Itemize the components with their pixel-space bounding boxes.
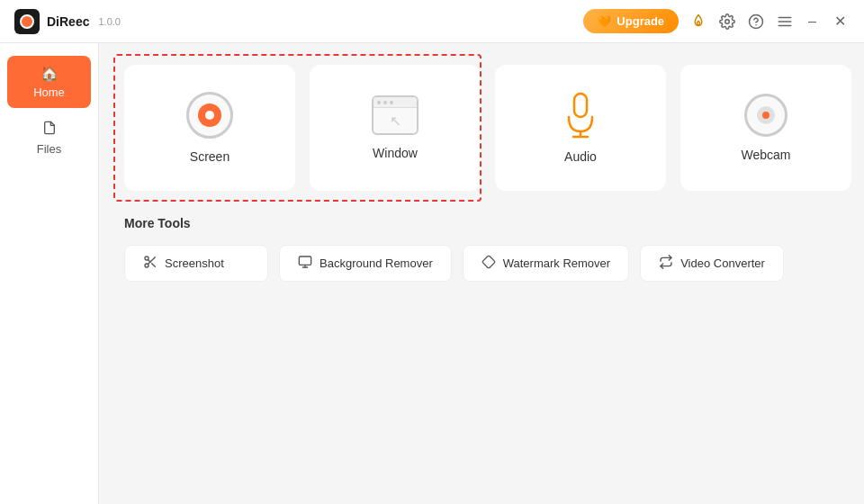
more-tools-title: More Tools: [124, 216, 839, 230]
app-name: DiReec: [47, 14, 89, 29]
menu-icon[interactable]: [776, 13, 794, 31]
audio-label: Audio: [564, 149, 597, 164]
screen-label: Screen: [190, 149, 230, 164]
files-icon: [42, 121, 57, 139]
titlebar: DiReec 1.0.0 🧡 Upgrade: [0, 0, 864, 43]
titlebar-actions: 🧡 Upgrade: [583, 9, 850, 33]
audio-card[interactable]: Audio: [495, 65, 666, 191]
minimize-button[interactable]: –: [805, 12, 820, 32]
screen-icon: [186, 92, 233, 139]
logo-icon: [14, 9, 40, 34]
tool-screenshot[interactable]: Screenshot: [124, 245, 268, 282]
audio-icon: [564, 92, 597, 139]
tools-grid: Screenshot Background Remover: [124, 245, 839, 282]
convert-icon: [659, 255, 673, 272]
webcam-icon: [744, 94, 788, 137]
tool-screenshot-label: Screenshot: [165, 256, 224, 270]
svg-line-12: [152, 264, 156, 267]
svg-line-13: [148, 259, 150, 262]
sidebar-item-files-label: Files: [37, 142, 61, 156]
screen-card[interactable]: Screen: [124, 65, 295, 191]
webcam-label: Webcam: [742, 148, 791, 162]
tool-video-converter[interactable]: Video Converter: [640, 245, 784, 282]
recording-cards-row: Screen ↖ Window: [124, 65, 839, 191]
scissors-icon: [143, 255, 158, 272]
more-tools-section: More Tools Screenshot: [124, 216, 839, 282]
layers-icon: [298, 255, 312, 272]
upgrade-button[interactable]: 🧡 Upgrade: [583, 9, 679, 33]
tool-bg-remover-label: Background Remover: [320, 256, 433, 270]
app-version: 1.0.0: [98, 16, 120, 27]
upgrade-label: Upgrade: [616, 14, 664, 28]
tool-video-converter-label: Video Converter: [680, 256, 765, 270]
close-button[interactable]: ✕: [831, 11, 850, 32]
window-card[interactable]: ↖ Window: [310, 65, 481, 191]
app-logo: DiReec 1.0.0: [14, 9, 121, 34]
tool-bg-remover[interactable]: Background Remover: [279, 245, 452, 282]
cursor-icon: ↖: [390, 112, 401, 130]
sidebar-item-home-label: Home: [33, 86, 65, 99]
main-layout: 🏠 Home Files: [0, 43, 864, 504]
window-label: Window: [373, 146, 418, 160]
sidebar-item-files[interactable]: Files: [7, 112, 91, 165]
tool-watermark-remover-label: Watermark Remover: [503, 256, 610, 270]
flame-icon[interactable]: [689, 13, 707, 31]
window-icon: ↖: [372, 95, 418, 135]
svg-rect-6: [574, 94, 587, 117]
heart-icon: 🧡: [598, 15, 611, 28]
sidebar: 🏠 Home Files: [0, 43, 99, 504]
diamond-icon: [482, 255, 496, 272]
webcam-card[interactable]: Webcam: [680, 65, 851, 191]
help-icon[interactable]: [747, 13, 765, 31]
sidebar-item-home[interactable]: 🏠 Home: [7, 56, 91, 108]
tool-watermark-remover[interactable]: Watermark Remover: [463, 245, 629, 282]
svg-rect-14: [299, 256, 310, 265]
settings-icon[interactable]: [718, 13, 736, 31]
svg-point-0: [725, 19, 730, 23]
content-area: Screen ↖ Window: [99, 43, 864, 504]
home-icon: 🏠: [40, 65, 58, 82]
